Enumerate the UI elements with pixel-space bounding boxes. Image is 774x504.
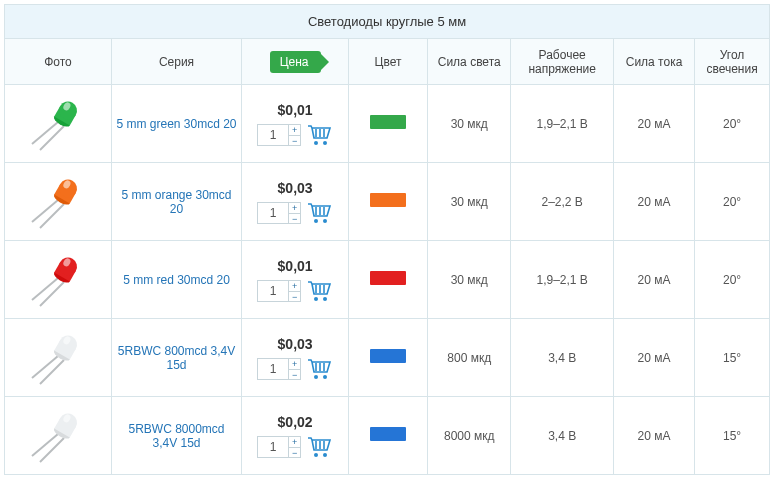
cell-price: $0,02 + − (242, 397, 349, 475)
table-title: Светодиоды круглые 5 мм (5, 5, 770, 39)
cell-angle: 20° (695, 85, 770, 163)
quantity-input[interactable] (258, 203, 288, 223)
svg-point-32 (323, 297, 327, 301)
cell-price: $0,03 + − (242, 163, 349, 241)
svg-point-20 (314, 219, 318, 223)
cell-photo (5, 397, 112, 475)
cart-icon[interactable] (307, 358, 333, 380)
cell-luminous: 8000 мкд (428, 397, 511, 475)
cell-angle: 20° (695, 163, 770, 241)
header-voltage: Рабочее напряжение (511, 39, 614, 85)
cell-current: 20 мА (613, 319, 694, 397)
price-sort-badge[interactable]: Цена (270, 51, 321, 73)
cell-color (349, 241, 428, 319)
cell-angle: 20° (695, 241, 770, 319)
qty-plus-icon[interactable]: + (289, 437, 300, 448)
svg-point-42 (314, 375, 318, 379)
svg-line-11 (32, 200, 58, 222)
quantity-input[interactable] (258, 437, 288, 457)
table-row: 5RBWC 800mcd 3,4V 15d $0,03 + − (5, 319, 770, 397)
color-swatch (370, 427, 406, 441)
cell-series: 5RBWC 800mcd 3,4V 15d (111, 319, 241, 397)
header-angle: Угол свечения (695, 39, 770, 85)
qty-minus-icon[interactable]: − (289, 370, 300, 380)
cell-voltage: 3,4 В (511, 397, 614, 475)
series-link[interactable]: 5 mm green 30mcd 20 (116, 117, 236, 131)
cell-current: 20 мА (613, 241, 694, 319)
quantity-stepper[interactable]: + − (257, 436, 301, 458)
svg-line-45 (40, 438, 64, 462)
svg-line-33 (32, 356, 58, 378)
header-price[interactable]: Цена (242, 39, 349, 85)
cell-luminous: 30 мкд (428, 163, 511, 241)
cart-icon[interactable] (307, 436, 333, 458)
cell-voltage: 1,9–2,1 В (511, 241, 614, 319)
cell-series: 5 mm red 30mcd 20 (111, 241, 241, 319)
quantity-input[interactable] (258, 125, 288, 145)
price-value: $0,03 (278, 180, 313, 196)
svg-line-44 (32, 434, 58, 456)
quantity-stepper[interactable]: + − (257, 280, 301, 302)
series-link[interactable]: 5 mm red 30mcd 20 (123, 273, 230, 287)
price-value: $0,01 (278, 258, 313, 274)
qty-minus-icon[interactable]: − (289, 448, 300, 458)
color-swatch (370, 115, 406, 129)
cell-voltage: 2–2,2 В (511, 163, 614, 241)
table-row: 5RBWC 8000mcd 3,4V 15d $0,02 + − (5, 397, 770, 475)
svg-point-53 (314, 453, 318, 457)
cell-series: 5 mm orange 30mcd 20 (111, 163, 241, 241)
cart-icon[interactable] (307, 202, 333, 224)
cell-current: 20 мА (613, 85, 694, 163)
cart-icon[interactable] (307, 124, 333, 146)
quantity-stepper[interactable]: + − (257, 358, 301, 380)
cell-price: $0,01 + − (242, 85, 349, 163)
svg-line-22 (32, 278, 58, 300)
qty-plus-icon[interactable]: + (289, 359, 300, 370)
cell-luminous: 800 мкд (428, 319, 511, 397)
cell-current: 20 мА (613, 163, 694, 241)
cell-color (349, 85, 428, 163)
svg-line-0 (32, 122, 58, 144)
quantity-stepper[interactable]: + − (257, 124, 301, 146)
header-color: Цвет (349, 39, 428, 85)
cart-icon[interactable] (307, 280, 333, 302)
series-link[interactable]: 5 mm orange 30mcd 20 (121, 188, 231, 216)
qty-minus-icon[interactable]: − (289, 292, 300, 302)
cell-photo (5, 85, 112, 163)
qty-plus-icon[interactable]: + (289, 203, 300, 214)
table-row: 5 mm red 30mcd 20 $0,01 + − (5, 241, 770, 319)
qty-minus-icon[interactable]: − (289, 136, 300, 146)
svg-line-12 (40, 204, 64, 228)
cell-photo (5, 241, 112, 319)
cell-current: 20 мА (613, 397, 694, 475)
svg-point-31 (314, 297, 318, 301)
qty-minus-icon[interactable]: − (289, 214, 300, 224)
price-value: $0,01 (278, 102, 313, 118)
cell-color (349, 163, 428, 241)
svg-point-21 (323, 219, 327, 223)
qty-plus-icon[interactable]: + (289, 125, 300, 136)
cell-color (349, 397, 428, 475)
cell-color (349, 319, 428, 397)
table-row: 5 mm orange 30mcd 20 $0,03 + − (5, 163, 770, 241)
cell-series: 5RBWC 8000mcd 3,4V 15d (111, 397, 241, 475)
color-swatch (370, 193, 406, 207)
quantity-stepper[interactable]: + − (257, 202, 301, 224)
series-link[interactable]: 5RBWC 800mcd 3,4V 15d (118, 344, 235, 372)
quantity-input[interactable] (258, 359, 288, 379)
series-link[interactable]: 5RBWC 8000mcd 3,4V 15d (128, 422, 224, 450)
price-value: $0,02 (278, 414, 313, 430)
cell-price: $0,03 + − (242, 319, 349, 397)
price-value: $0,03 (278, 336, 313, 352)
header-photo: Фото (5, 39, 112, 85)
cell-photo (5, 163, 112, 241)
color-swatch (370, 271, 406, 285)
cell-angle: 15° (695, 319, 770, 397)
qty-plus-icon[interactable]: + (289, 281, 300, 292)
quantity-input[interactable] (258, 281, 288, 301)
cell-voltage: 3,4 В (511, 319, 614, 397)
header-current: Сила тока (613, 39, 694, 85)
cell-price: $0,01 + − (242, 241, 349, 319)
svg-point-9 (314, 141, 318, 145)
cell-luminous: 30 мкд (428, 85, 511, 163)
